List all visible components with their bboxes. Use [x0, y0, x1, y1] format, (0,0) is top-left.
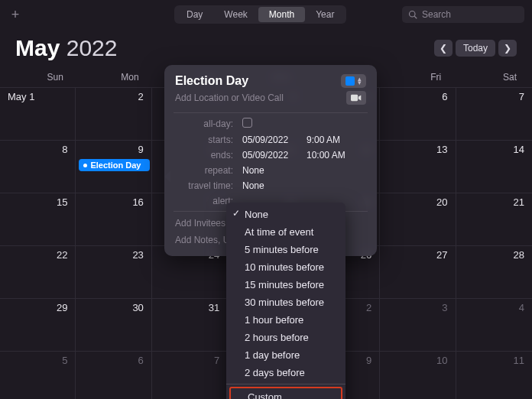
ends-date[interactable]: 05/09/2022: [242, 150, 302, 161]
menu-divider: [226, 384, 345, 384]
today-button[interactable]: Today: [456, 40, 495, 57]
day-number: 21: [514, 196, 524, 208]
day-number: 13: [436, 144, 447, 155]
day-number: 2: [138, 91, 144, 102]
ends-time[interactable]: 10:00 AM: [307, 150, 366, 161]
allday-label: all-day:: [175, 118, 238, 129]
calendar-cell[interactable]: 11: [456, 351, 532, 399]
prev-month-button[interactable]: ❮: [434, 40, 453, 57]
view-month[interactable]: Month: [258, 7, 305, 22]
calendar-cell[interactable]: 29: [0, 298, 76, 351]
event-dot-icon: [83, 164, 87, 167]
weekday-label: Sun: [2, 69, 77, 87]
travel-time-label: travel time:: [175, 180, 238, 191]
calendar-cell[interactable]: 8: [0, 140, 76, 193]
day-number: 20: [436, 196, 447, 208]
day-number: 15: [57, 196, 67, 208]
view-year[interactable]: Year: [305, 7, 345, 22]
search-input[interactable]: Search: [402, 6, 524, 23]
alert-menu-item[interactable]: None: [226, 206, 345, 223]
travel-time-value[interactable]: None: [242, 180, 366, 191]
alert-menu-item[interactable]: At time of event: [226, 223, 345, 241]
repeat-label: repeat:: [175, 165, 238, 176]
alert-menu-item[interactable]: 5 minutes before: [226, 241, 345, 258]
weekday-label: Fri: [379, 69, 455, 87]
day-number: 9: [366, 355, 371, 366]
calendar-cell[interactable]: 3: [380, 298, 456, 351]
day-number: 30: [132, 302, 143, 313]
repeat-value[interactable]: None: [242, 165, 366, 176]
svg-line-1: [414, 16, 417, 18]
chevron-updown-icon: ▴▾: [358, 77, 362, 86]
alert-menu-item[interactable]: 15 minutes before: [226, 276, 345, 294]
calendar-cell[interactable]: 9Election Day: [76, 140, 151, 193]
allday-checkbox[interactable]: [242, 118, 302, 130]
search-icon: [408, 10, 417, 19]
alert-menu-item[interactable]: 30 minutes before: [226, 294, 345, 311]
day-number: 23: [132, 249, 143, 261]
divider: [174, 112, 368, 113]
day-number: May 1: [8, 91, 34, 102]
calendar-cell[interactable]: 15: [0, 193, 76, 245]
alert-menu-item[interactable]: 1 hour before: [226, 311, 345, 329]
calendar-cell[interactable]: 7: [456, 87, 532, 140]
calendar-cell[interactable]: 7: [152, 351, 228, 399]
title-row: May 2022 ❮ Today ❯: [0, 29, 532, 69]
view-day[interactable]: Day: [176, 7, 213, 22]
calendar-cell[interactable]: 5: [0, 351, 76, 399]
calendar-cell[interactable]: 27: [380, 245, 456, 298]
calendar-cell[interactable]: 10: [380, 351, 456, 399]
calendar-cell[interactable]: 20: [380, 193, 456, 245]
event-fields: all-day: starts: 05/09/2022 9:00 AM ends…: [175, 118, 366, 206]
day-number: 8: [62, 144, 67, 155]
svg-point-0: [410, 11, 416, 18]
day-number: 5: [62, 355, 67, 366]
calendar-cell[interactable]: 31: [152, 298, 228, 351]
alert-menu-item[interactable]: 2 days before: [226, 364, 345, 381]
alert-menu-item[interactable]: 1 day before: [226, 346, 345, 364]
next-month-button[interactable]: ❯: [498, 40, 517, 57]
calendar-cell[interactable]: 6: [380, 87, 456, 140]
starts-time[interactable]: 9:00 AM: [307, 135, 366, 145]
calendar-cell[interactable]: 22: [0, 245, 76, 298]
calendar-cell[interactable]: 16: [76, 193, 151, 245]
day-number: 4: [519, 302, 524, 313]
day-number: 7: [519, 91, 524, 102]
calendar-cell[interactable]: 4: [456, 298, 532, 351]
event-title[interactable]: Election Day: [175, 74, 248, 88]
calendar-cell[interactable]: 28: [456, 245, 532, 298]
event-pill-label: Election Day: [90, 161, 141, 170]
calendar-cell[interactable]: 13: [380, 140, 456, 193]
calendar-cell[interactable]: 6: [76, 351, 151, 399]
calendar-cell[interactable]: 21: [456, 193, 532, 245]
view-week[interactable]: Week: [213, 7, 258, 22]
alert-menu-item[interactable]: 2 hours before: [226, 329, 345, 346]
calendar-cell[interactable]: May 1: [0, 87, 76, 140]
event-pill[interactable]: Election Day: [79, 159, 149, 171]
video-call-icon[interactable]: [346, 91, 366, 105]
view-segmented-control: Day Week Month Year: [174, 5, 346, 24]
calendar-cell[interactable]: 23: [76, 245, 151, 298]
svg-rect-2: [351, 95, 358, 101]
starts-date[interactable]: 05/09/2022: [242, 135, 302, 145]
page-title: May 2022: [15, 35, 117, 61]
calendar-color-picker[interactable]: ▴▾: [341, 74, 366, 88]
search-placeholder: Search: [422, 9, 451, 20]
calendar-cell[interactable]: 14: [456, 140, 532, 193]
alert-menu-custom[interactable]: Custom...: [229, 387, 342, 399]
day-number: 6: [138, 355, 144, 366]
add-event-icon[interactable]: +: [8, 7, 23, 22]
starts-label: starts:: [175, 135, 238, 145]
add-location-field[interactable]: Add Location or Video Call: [175, 92, 284, 103]
day-number: 28: [514, 249, 524, 261]
day-number: 11: [514, 355, 524, 366]
color-swatch-icon: [345, 76, 355, 86]
day-number: 9: [138, 144, 144, 155]
day-number: 14: [514, 144, 524, 155]
day-number: 2: [366, 302, 371, 313]
calendar-cell[interactable]: 2: [76, 87, 151, 140]
calendar-cell[interactable]: 30: [76, 298, 151, 351]
alert-menu-item[interactable]: 10 minutes before: [226, 258, 345, 276]
day-number: 6: [442, 91, 447, 102]
today-nav-group: ❮ Today ❯: [434, 40, 517, 57]
